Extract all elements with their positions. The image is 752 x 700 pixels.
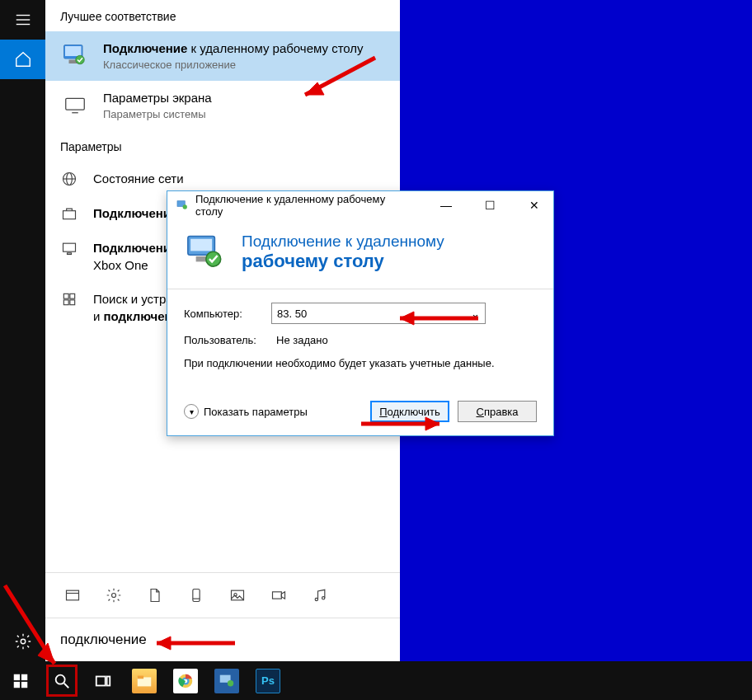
svg-rect-17 [70,294,75,298]
svg-rect-18 [63,300,68,305]
search-result-title: Подключение к удаленному рабочему столу [103,41,364,55]
svg-point-31 [183,204,187,209]
maximize-button[interactable]: ☐ [472,191,510,219]
svg-rect-39 [21,681,27,687]
rdp-banner-line1: Подключение к удаленному [242,233,444,251]
start-button[interactable] [0,661,41,700]
rdp-banner: Подключение к удаленному рабочему столу [167,219,553,289]
rdp-hint: При подключении необходимо будет указать… [184,356,537,371]
filter-web-icon[interactable] [187,586,205,604]
svg-rect-14 [63,243,76,251]
settings-button[interactable] [0,622,45,661]
svg-point-50 [228,680,233,686]
svg-rect-27 [273,592,282,599]
close-button[interactable]: ✕ [515,191,553,219]
svg-rect-20 [67,590,79,600]
rdp-app-icon [60,41,90,71]
svg-rect-37 [21,674,27,679]
hamburger-button[interactable] [0,0,45,40]
filter-apps-icon[interactable] [63,586,82,604]
task-view-button[interactable] [82,661,124,700]
search-filter-row [45,572,400,618]
computer-combobox[interactable]: 83. 50 ⌄ [271,303,486,324]
svg-rect-5 [65,46,82,56]
svg-point-3 [21,639,26,644]
rdp-dialog: Подключение к удаленному рабочему столу … [167,190,554,436]
search-result-subtitle: Параметры системы [103,108,212,120]
taskbar-app-explorer[interactable] [124,661,165,700]
svg-rect-15 [68,253,72,255]
rdp-titlebar[interactable]: Подключение к удаленному рабочему столу … [167,191,553,219]
globe-icon [60,170,78,188]
search-taskbar-button[interactable] [41,661,82,700]
rdp-title-text: Подключение к удаленному рабочему столу [195,193,414,218]
svg-rect-45 [138,675,143,679]
show-parameters-toggle[interactable]: ▾ Показать параметры [184,404,308,419]
search-input[interactable]: подключение [45,618,400,661]
filter-videos-icon[interactable] [270,586,288,604]
computer-value: 83. 50 [277,308,307,320]
svg-rect-19 [70,300,75,305]
taskbar-app-photoshop[interactable]: Ps [247,661,289,700]
best-match-header: Лучшее соответствие [45,0,400,31]
start-left-rail [0,0,45,661]
rdp-banner-line2: рабочему столу [242,251,444,272]
briefcase-icon [60,204,78,223]
svg-point-22 [112,594,116,598]
taskbar: Ps [0,661,752,700]
user-value: Не задано [271,334,328,346]
chevron-down-icon: ▾ [184,404,199,419]
search-result-subtitle: Классическое приложение [103,59,364,71]
taskbar-app-chrome[interactable] [165,661,206,700]
taskbar-app-rdp[interactable] [206,661,247,700]
svg-rect-8 [66,98,85,110]
tools-icon [60,290,78,308]
svg-rect-34 [196,256,207,262]
filter-settings-icon[interactable] [105,586,123,604]
search-result-title: Параметры экрана [103,91,212,105]
svg-rect-16 [63,294,68,298]
chevron-down-icon: ⌄ [471,308,480,320]
svg-point-40 [56,674,65,684]
filter-documents-icon[interactable] [146,586,164,604]
parameters-header: Параметры [45,130,400,162]
svg-point-28 [315,598,317,600]
search-result-display-settings[interactable]: Параметры экрана Параметры системы [45,81,400,130]
cast-icon [60,239,78,257]
svg-rect-43 [107,676,110,685]
rdp-mini-icon [176,199,189,212]
svg-point-29 [322,597,325,599]
svg-point-7 [76,55,85,64]
filter-music-icon[interactable] [311,586,329,604]
svg-rect-13 [63,211,76,219]
svg-rect-33 [190,239,212,251]
monitor-icon [60,91,90,120]
minimize-button[interactable]: — [427,191,465,219]
svg-rect-23 [193,590,200,602]
home-button[interactable] [0,40,45,79]
computer-label: Компьютер: [184,308,263,320]
svg-rect-36 [14,674,20,679]
filter-photos-icon[interactable] [228,586,247,604]
svg-rect-42 [96,676,106,685]
user-label: Пользователь: [184,334,263,346]
rdp-banner-icon [184,231,227,274]
search-result-rdp[interactable]: Подключение к удаленному рабочему столу … [45,31,400,81]
svg-line-41 [64,683,69,688]
help-button[interactable]: Справка [458,401,537,422]
connect-button[interactable]: Подключить [370,401,449,422]
svg-rect-38 [14,681,20,687]
